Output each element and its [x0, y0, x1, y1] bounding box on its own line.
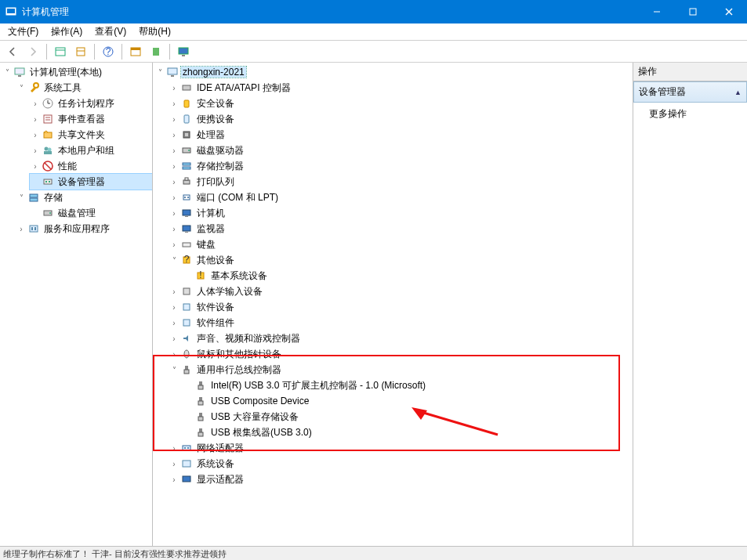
toolbar-show-hide[interactable]	[51, 42, 70, 61]
expand-icon[interactable]: ›	[30, 99, 41, 108]
toolbar-help[interactable]: ?	[99, 42, 118, 61]
dev-portable[interactable]: ›便携设备	[169, 111, 633, 127]
toolbar-forward[interactable]	[24, 42, 42, 61]
dev-ide[interactable]: ›IDE ATA/ATAPI 控制器	[169, 80, 633, 96]
dev-root[interactable]: ˅ zhongxin-2021	[154, 64, 633, 80]
expand-icon[interactable]: ›	[169, 99, 179, 108]
storage-icon	[27, 191, 40, 204]
dev-disk-drives[interactable]: ›磁盘驱动器	[169, 143, 633, 158]
left-shared-folders[interactable]: ›共享文件夹	[30, 127, 152, 143]
expand-icon[interactable]: ›	[169, 350, 179, 359]
left-performance[interactable]: ›性能	[30, 158, 152, 174]
expand-icon[interactable]: ›	[169, 162, 179, 171]
left-local-users[interactable]: ›本地用户和组	[30, 143, 152, 158]
expand-icon[interactable]: ›	[169, 303, 179, 312]
actions-section[interactable]: 设备管理器 ▲	[633, 81, 747, 103]
dev-storage-ctrl[interactable]: ›存储控制器	[169, 158, 633, 174]
warn-icon: !	[194, 269, 207, 282]
expand-icon[interactable]: ›	[169, 460, 179, 468]
svg-rect-45	[184, 100, 189, 107]
dev-usb-controllers[interactable]: ˅通用串行总线控制器	[169, 362, 633, 378]
menu-action[interactable]: 操作(A)	[45, 23, 89, 40]
expand-icon[interactable]: ›	[169, 178, 179, 186]
dev-keyboards[interactable]: ›键盘	[169, 237, 633, 252]
expand-icon[interactable]: ›	[30, 162, 41, 171]
svg-rect-6	[56, 48, 65, 56]
left-device-manager[interactable]: 设备管理器	[30, 174, 152, 190]
dev-usb-mass-storage[interactable]: USB 大容量存储设备	[183, 409, 633, 425]
collapse-icon[interactable]: ˅	[154, 68, 165, 77]
monitor-icon	[180, 222, 193, 235]
svg-point-19	[34, 83, 38, 88]
expand-icon[interactable]: ›	[169, 225, 179, 233]
toolbar-properties[interactable]	[71, 42, 90, 61]
chevron-up-icon[interactable]: ▲	[734, 89, 742, 96]
expand-icon[interactable]: ›	[30, 115, 41, 124]
dev-other-basic[interactable]: !基本系统设备	[183, 268, 633, 284]
dev-usb-composite[interactable]: USB Composite Device	[183, 393, 633, 409]
minimize-button[interactable]	[639, 0, 675, 23]
menu-view[interactable]: 查看(V)	[89, 23, 132, 40]
collapse-icon[interactable]: ˅	[2, 68, 13, 77]
expand-icon[interactable]: ›	[30, 146, 41, 155]
collapse-icon[interactable]: ˅	[16, 84, 27, 92]
close-button[interactable]	[711, 0, 747, 23]
menu-file[interactable]: 文件(F)	[2, 23, 45, 40]
expand-icon[interactable]: ›	[169, 319, 179, 327]
collapse-icon[interactable]: ˅	[169, 256, 179, 265]
dev-hid[interactable]: ›人体学输入设备	[169, 284, 633, 299]
collapse-icon[interactable]: ˅	[169, 366, 179, 374]
left-root[interactable]: ˅ 计算机管理(本地)	[2, 64, 152, 80]
expand-icon[interactable]: ›	[16, 225, 27, 233]
toolbar-monitor[interactable]	[174, 42, 193, 61]
dev-ports[interactable]: ›端口 (COM 和 LPT)	[169, 190, 633, 205]
svg-point-70	[184, 350, 189, 358]
left-storage[interactable]: ˅ 存储	[16, 190, 152, 205]
left-disk-mgmt[interactable]: 磁盘管理	[30, 205, 152, 221]
expand-icon[interactable]: ›	[169, 193, 179, 202]
expand-icon[interactable]: ›	[169, 131, 179, 139]
center-pane[interactable]: ˅ zhongxin-2021 ›IDE ATA/ATAPI 控制器 ›安全设备…	[153, 63, 633, 546]
left-system-tools[interactable]: ˅ 系统工具	[16, 80, 152, 96]
menu-help[interactable]: 帮助(H)	[132, 23, 177, 40]
left-pane[interactable]: ˅ 计算机管理(本地) ˅ 系统工具 ›任务计划程序 ›事件查看器	[0, 63, 153, 546]
dev-other-devices[interactable]: ˅?其他设备	[169, 252, 633, 268]
expand-icon[interactable]: ›	[169, 84, 179, 92]
toolbar: ?	[0, 41, 747, 63]
collapse-icon[interactable]: ˅	[16, 193, 27, 202]
expand-icon[interactable]: ›	[169, 115, 179, 124]
dev-system-devices[interactable]: ›系统设备	[169, 456, 633, 471]
toolbar-back[interactable]	[3, 42, 22, 61]
expand-icon[interactable]: ›	[169, 444, 179, 453]
dev-software-devices[interactable]: ›软件设备	[169, 299, 633, 315]
usb-icon	[180, 363, 193, 376]
expand-icon[interactable]: ›	[30, 131, 41, 139]
dev-sound[interactable]: ›声音、视频和游戏控制器	[169, 331, 633, 346]
dev-print-queues[interactable]: ›打印队列	[169, 174, 633, 190]
dev-display-adapters[interactable]: ›显示适配器	[169, 471, 633, 487]
dev-security[interactable]: ›安全设备	[169, 96, 633, 111]
dev-network[interactable]: ›网络适配器	[169, 440, 633, 456]
expand-icon[interactable]: ›	[169, 475, 179, 484]
maximize-button[interactable]	[675, 0, 711, 23]
expand-icon[interactable]: ›	[169, 146, 179, 155]
actions-more[interactable]: 更多操作	[633, 103, 747, 125]
dev-software-components[interactable]: ›软件组件	[169, 315, 633, 331]
expand-icon[interactable]: ›	[169, 209, 179, 218]
dev-computer[interactable]: ›计算机	[169, 205, 633, 221]
dev-mouse[interactable]: ›鼠标和其他指针设备	[169, 346, 633, 362]
toolbar-update[interactable]	[147, 42, 165, 61]
left-task-scheduler[interactable]: ›任务计划程序	[30, 96, 152, 111]
expand-icon[interactable]: ›	[169, 334, 179, 343]
left-services-apps[interactable]: ›服务和应用程序	[16, 221, 152, 237]
dev-usb-intel[interactable]: Intel(R) USB 3.0 可扩展主机控制器 - 1.0 (Microso…	[183, 378, 633, 393]
dev-monitors[interactable]: ›监视器	[169, 221, 633, 237]
expand-icon[interactable]: ›	[169, 240, 179, 249]
expand-icon[interactable]: ›	[169, 287, 179, 296]
ide-icon	[180, 81, 193, 94]
dev-processors[interactable]: ›处理器	[169, 127, 633, 143]
left-event-viewer[interactable]: ›事件查看器	[30, 111, 152, 127]
usb-icon	[194, 379, 207, 392]
toolbar-refresh[interactable]	[126, 42, 145, 61]
dev-usb-root-hub[interactable]: USB 根集线器(USB 3.0)	[183, 425, 633, 440]
